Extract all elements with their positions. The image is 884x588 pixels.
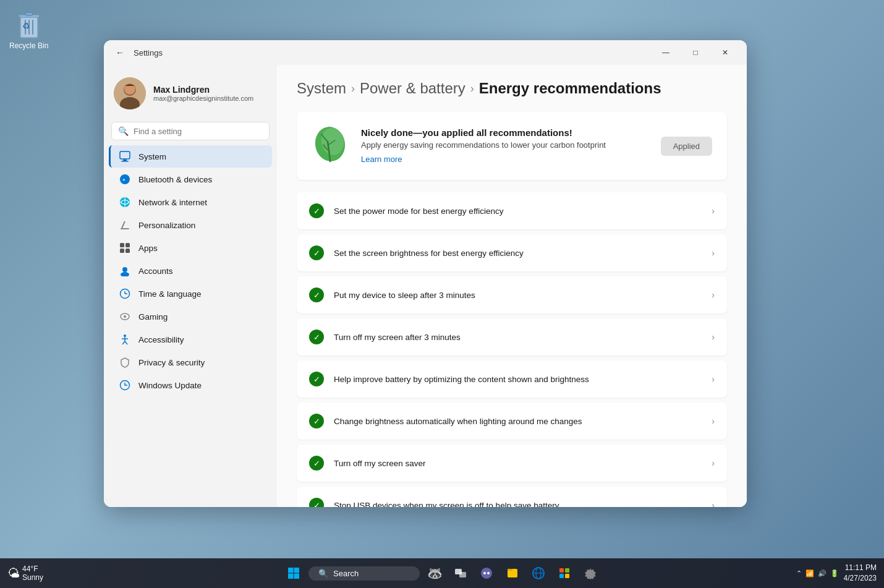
user-email: max@graphicdesigninstitute.com xyxy=(153,95,253,102)
settings-search-bar[interactable]: 🔍 xyxy=(111,122,270,140)
nav-item-update[interactable]: Windows Update xyxy=(109,374,272,396)
nav-label-bluetooth: Bluetooth & devices xyxy=(138,175,212,184)
recommendation-item-sleep[interactable]: ✓ Put my device to sleep after 3 minutes… xyxy=(297,276,727,313)
svg-rect-13 xyxy=(121,161,129,162)
check-icon-power-mode: ✓ xyxy=(309,203,324,218)
recommendation-item-auto-brightness[interactable]: ✓ Change brightness automatically when l… xyxy=(297,403,727,440)
svg-text:⭒: ⭒ xyxy=(122,176,125,183)
svg-rect-20 xyxy=(120,243,124,247)
breadcrumb: System › Power & battery › Energy recomm… xyxy=(297,80,727,97)
nav-item-privacy[interactable]: Privacy & security xyxy=(109,351,272,373)
chevron-right-icon-sleep: › xyxy=(712,290,715,300)
nav-item-gaming[interactable]: Gaming xyxy=(109,305,272,328)
recommendation-item-screen-off[interactable]: ✓ Turn off my screen after 3 minutes › xyxy=(297,318,727,356)
svg-point-45 xyxy=(481,568,492,579)
sidebar: Max Lindgren max@graphicdesigninstitute.… xyxy=(104,65,277,507)
svg-point-30 xyxy=(124,315,126,318)
nav-item-network[interactable]: Network & internet xyxy=(109,191,272,213)
back-button[interactable]: ← xyxy=(111,44,129,61)
update-icon xyxy=(119,379,131,391)
recommendation-item-screen-saver[interactable]: ✓ Turn off my screen saver › xyxy=(297,445,727,482)
svg-rect-53 xyxy=(559,568,564,573)
taskbar-icon-settings[interactable] xyxy=(579,562,601,584)
rec-text-screen-saver: Turn off my screen saver xyxy=(334,459,702,468)
taskbar-search[interactable]: 🔍 Search xyxy=(308,566,420,581)
time-icon xyxy=(119,288,131,300)
applied-button: Applied xyxy=(661,137,712,156)
svg-rect-42 xyxy=(294,574,300,579)
wifi-icon: 📶 xyxy=(805,569,814,577)
taskbar-icon-browser[interactable] xyxy=(527,562,550,584)
energy-banner: Nicely done—you applied all recommendati… xyxy=(297,112,727,180)
gaming-icon xyxy=(119,310,131,323)
svg-rect-12 xyxy=(123,160,127,161)
nav-label-personalization: Personalization xyxy=(138,221,195,230)
chevron-right-icon-power-mode: › xyxy=(712,206,715,216)
volume-icon: 🔊 xyxy=(818,569,827,577)
clock-time: 11:11 PM xyxy=(844,563,877,573)
title-bar-left: ← Settings xyxy=(111,44,163,61)
svg-rect-49 xyxy=(508,569,512,571)
recycle-bin[interactable]: ♻ Recycle Bin xyxy=(9,9,48,50)
nav-item-apps[interactable]: Apps xyxy=(109,237,272,259)
taskbar-icon-animal[interactable]: 🦝 xyxy=(423,562,446,584)
taskbar-right: ⌃ 📶 🔊 🔋 11:11 PM 4/27/2023 xyxy=(796,563,877,584)
bluetooth-icon: ⭒ xyxy=(119,173,131,185)
network-icon xyxy=(119,196,131,208)
settings-search-input[interactable] xyxy=(134,127,263,136)
close-button[interactable]: ✕ xyxy=(711,43,739,62)
recommendation-item-usb[interactable]: ✓ Stop USB devices when my screen is off… xyxy=(297,487,727,507)
svg-point-25 xyxy=(121,272,129,276)
nav-item-accounts[interactable]: Accounts xyxy=(109,260,272,282)
svg-rect-39 xyxy=(288,568,294,573)
search-setting-icon: 🔍 xyxy=(118,126,129,136)
learn-more-link[interactable]: Learn more xyxy=(361,155,402,164)
breadcrumb-sep-2: › xyxy=(470,82,474,95)
maximize-button[interactable]: □ xyxy=(681,43,710,62)
recommendations-list: ✓ Set the power mode for best energy eff… xyxy=(297,192,727,507)
svg-rect-22 xyxy=(120,249,124,253)
breadcrumb-current: Energy recommendations xyxy=(479,80,661,97)
recommendation-item-battery-opt[interactable]: ✓ Help improve battery by optimizing the… xyxy=(297,360,727,398)
weather-text: 44°F Sunny xyxy=(22,565,43,582)
nav-label-network: Network & internet xyxy=(138,198,207,207)
main-content: System › Power & battery › Energy recomm… xyxy=(277,65,747,507)
weather-icon: 🌤 xyxy=(7,566,20,581)
taskbar-icon-multitask[interactable] xyxy=(449,562,472,584)
banner-text: Nicely done—you applied all recommendati… xyxy=(361,127,648,164)
taskbar-search-icon: 🔍 xyxy=(318,569,328,578)
nav-label-accessibility: Accessibility xyxy=(138,335,184,344)
breadcrumb-sep-1: › xyxy=(351,82,355,95)
chevron-right-icon-screen-saver: › xyxy=(712,458,715,468)
recommendation-item-power-mode[interactable]: ✓ Set the power mode for best energy eff… xyxy=(297,192,727,229)
user-info: Max Lindgren max@graphicdesigninstitute.… xyxy=(153,85,253,102)
banner-subtitle: Apply energy saving recommendations to l… xyxy=(361,140,648,150)
chevron-right-icon-screen-off: › xyxy=(712,332,715,342)
system-tray: ⌃ 📶 🔊 🔋 xyxy=(796,569,839,577)
nav-item-personalization[interactable]: Personalization xyxy=(109,214,272,236)
check-icon-screen-saver: ✓ xyxy=(309,456,324,471)
minimize-button[interactable]: — xyxy=(652,43,680,62)
check-icon-battery-opt: ✓ xyxy=(309,372,324,386)
nav-item-system[interactable]: System xyxy=(109,145,272,168)
taskbar-icon-store[interactable] xyxy=(553,562,576,584)
nav-item-time[interactable]: Time & language xyxy=(109,283,272,305)
nav-label-system: System xyxy=(138,152,166,161)
tray-chevron-icon[interactable]: ⌃ xyxy=(796,569,802,577)
check-icon-screen-off: ✓ xyxy=(309,330,324,344)
nav-item-bluetooth[interactable]: ⭒ Bluetooth & devices xyxy=(109,168,272,190)
svg-rect-11 xyxy=(120,151,130,159)
chevron-right-icon-auto-brightness: › xyxy=(712,416,715,426)
breadcrumb-system[interactable]: System xyxy=(297,80,346,97)
taskbar-icon-files[interactable] xyxy=(501,562,524,584)
nav-item-accessibility[interactable]: Accessibility xyxy=(109,328,272,351)
svg-line-35 xyxy=(125,341,127,344)
taskbar-icon-chat[interactable] xyxy=(475,562,498,584)
svg-rect-23 xyxy=(125,249,130,253)
windows-button[interactable] xyxy=(283,562,305,584)
breadcrumb-power[interactable]: Power & battery xyxy=(360,80,465,97)
recommendation-item-brightness[interactable]: ✓ Set the screen brightness for best ene… xyxy=(297,234,727,271)
svg-line-19 xyxy=(122,221,125,228)
clock[interactable]: 11:11 PM 4/27/2023 xyxy=(844,563,877,584)
svg-point-46 xyxy=(483,572,486,574)
